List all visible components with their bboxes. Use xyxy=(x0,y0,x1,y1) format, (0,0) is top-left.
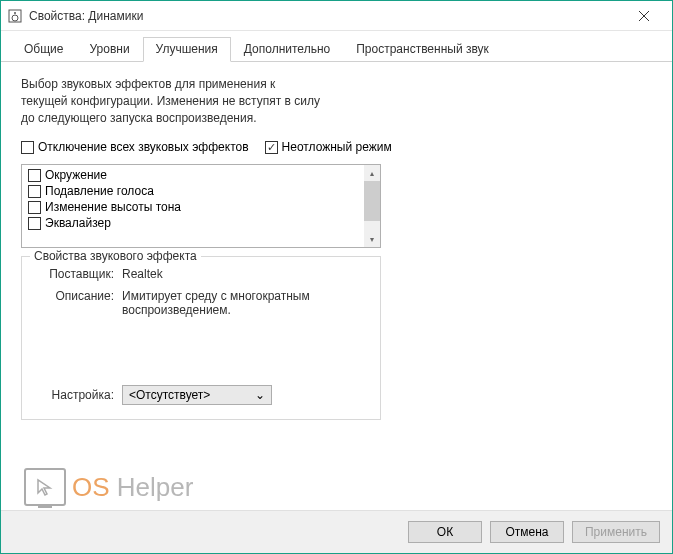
vendor-label: Поставщик: xyxy=(36,267,122,281)
tab-enhancements[interactable]: Улучшения xyxy=(143,37,231,62)
vendor-value: Realtek xyxy=(122,267,366,281)
watermark-logo: OS Helper xyxy=(24,468,193,506)
setting-dropdown[interactable]: <Отсутствует> ⌄ xyxy=(122,385,272,405)
effect-properties-group: Свойства звукового эффекта Поставщик: Re… xyxy=(21,256,381,420)
window-title: Свойства: Динамики xyxy=(29,9,622,23)
disable-all-label: Отключение всех звуковых эффектов xyxy=(38,140,249,154)
cursor-monitor-icon xyxy=(24,468,66,506)
checkbox-icon xyxy=(28,201,41,214)
description-text: Выбор звуковых эффектов для применения к… xyxy=(21,76,321,126)
scroll-up-icon[interactable]: ▴ xyxy=(364,165,380,181)
disable-all-checkbox[interactable]: Отключение всех звуковых эффектов xyxy=(21,140,249,154)
ok-button[interactable]: ОК xyxy=(408,521,482,543)
scrollbar[interactable]: ▴ ▾ xyxy=(364,165,380,247)
chevron-down-icon: ⌄ xyxy=(255,388,265,402)
effect-label: Подавление голоса xyxy=(45,184,154,198)
watermark-text: OS Helper xyxy=(72,472,193,503)
scroll-thumb[interactable] xyxy=(364,181,380,221)
checkbox-icon xyxy=(28,185,41,198)
setting-label: Настройка: xyxy=(36,388,122,402)
checkbox-icon xyxy=(265,141,278,154)
svg-rect-0 xyxy=(9,10,21,22)
tab-content: Выбор звуковых эффектов для применения к… xyxy=(1,62,672,510)
titlebar: Свойства: Динамики xyxy=(1,1,672,31)
svg-point-1 xyxy=(12,15,18,21)
tab-levels[interactable]: Уровни xyxy=(76,37,142,61)
speaker-icon xyxy=(7,8,23,24)
scroll-down-icon[interactable]: ▾ xyxy=(364,231,380,247)
group-legend: Свойства звукового эффекта xyxy=(30,249,201,263)
scroll-track[interactable] xyxy=(364,181,380,231)
immediate-mode-checkbox[interactable]: Неотложный режим xyxy=(265,140,392,154)
tab-advanced[interactable]: Дополнительно xyxy=(231,37,343,61)
tab-general[interactable]: Общие xyxy=(11,37,76,61)
list-item[interactable]: Окружение xyxy=(24,167,362,183)
description-label: Описание: xyxy=(36,289,122,317)
close-button[interactable] xyxy=(622,2,666,30)
setting-value: <Отсутствует> xyxy=(129,388,210,402)
effect-label: Эквалайзер xyxy=(45,216,111,230)
apply-button[interactable]: Применить xyxy=(572,521,660,543)
checkbox-icon xyxy=(28,217,41,230)
cancel-button[interactable]: Отмена xyxy=(490,521,564,543)
tab-bar: Общие Уровни Улучшения Дополнительно Про… xyxy=(1,31,672,62)
tab-spatial[interactable]: Пространственный звук xyxy=(343,37,502,61)
effects-listbox[interactable]: Окружение Подавление голоса Изменение вы… xyxy=(21,164,381,248)
immediate-mode-label: Неотложный режим xyxy=(282,140,392,154)
list-item[interactable]: Изменение высоты тона xyxy=(24,199,362,215)
button-bar: ОК Отмена Применить xyxy=(1,510,672,553)
list-item[interactable]: Подавление голоса xyxy=(24,183,362,199)
effect-label: Окружение xyxy=(45,168,107,182)
list-item[interactable]: Эквалайзер xyxy=(24,215,362,231)
svg-point-2 xyxy=(14,12,16,14)
effect-label: Изменение высоты тона xyxy=(45,200,181,214)
description-value: Имитирует среду с многократным воспроизв… xyxy=(122,289,366,317)
checkbox-icon xyxy=(21,141,34,154)
checkbox-icon xyxy=(28,169,41,182)
